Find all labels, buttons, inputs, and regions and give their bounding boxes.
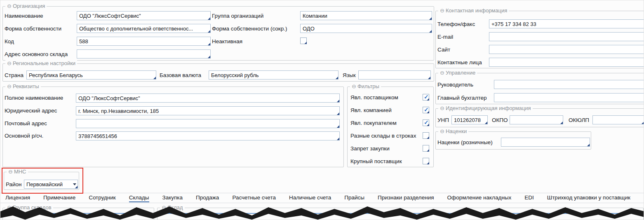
- tab-cash-accounts[interactable]: Наличные счета: [289, 194, 331, 202]
- input-postal-address[interactable]: [76, 119, 340, 128]
- group-warehouse-group: ⊖Группа складов: [2, 208, 154, 220]
- input-postal-address-wrap: [76, 119, 340, 128]
- district-combobox[interactable]: [24, 180, 78, 189]
- group-title-text: Контактная информация: [446, 7, 507, 14]
- label-inactive: Неактивная: [212, 38, 242, 45]
- label-phone-fax: Телефон/факс: [437, 21, 475, 28]
- tab-employee[interactable]: Сотрудник: [89, 194, 116, 202]
- collapse-icon[interactable]: ⊖: [8, 169, 13, 175]
- input-legal-address[interactable]: [76, 106, 340, 115]
- input-base-currency-wrap: [209, 70, 338, 80]
- checkbox-inactive[interactable]: [300, 37, 307, 44]
- tab-bank-accounts[interactable]: Расчетные счета: [232, 194, 276, 202]
- label-is-supplier: Явл. поставщиком: [350, 94, 398, 101]
- label-director: Руководитель: [437, 82, 473, 88]
- tab-invoice-layout[interactable]: Оформление накладных: [447, 194, 512, 202]
- input-language[interactable]: [358, 70, 431, 80]
- collapse-icon[interactable]: ⊖: [352, 83, 356, 89]
- collapse-icon[interactable]: ⊖: [440, 70, 444, 76]
- label-large-supplier: Крупный поставщик: [350, 158, 402, 165]
- input-ownership-form[interactable]: [77, 24, 211, 33]
- checkbox-purchase-ban[interactable]: [423, 145, 429, 152]
- label-contact-persons: Контактные лица: [437, 59, 482, 66]
- label-ownership-short: Форма собственности (сокр.): [212, 26, 287, 32]
- input-code[interactable]: [77, 37, 211, 46]
- input-email-wrap: [489, 32, 644, 41]
- input-main-account[interactable]: [76, 131, 340, 140]
- input-okpo-wrap: [510, 115, 563, 124]
- collapse-icon[interactable]: ⊖: [440, 128, 444, 134]
- label-full-name: Полное наименование: [5, 95, 63, 101]
- input-main-account-wrap: [76, 131, 340, 140]
- input-name[interactable]: [77, 11, 211, 20]
- checkbox-is-company[interactable]: [423, 107, 429, 113]
- checkbox-large-supplier[interactable]: [423, 158, 429, 164]
- input-main-warehouse-address-wrap: [77, 49, 211, 59]
- collapse-icon[interactable]: ⊖: [440, 105, 444, 111]
- input-name-wrap: [77, 11, 211, 20]
- group-title-text: Группа складов: [13, 204, 52, 211]
- label-okulp: ОКЮЛП: [569, 117, 589, 124]
- tab-warehouses[interactable]: Склады: [129, 194, 149, 202]
- group-title-text: МНС: [14, 169, 26, 175]
- checkbox-is-buyer[interactable]: [423, 119, 429, 126]
- input-ownership-short[interactable]: [300, 24, 432, 33]
- tab-license[interactable]: Лицензия: [5, 194, 30, 202]
- group-organization-title: ⊖Организация: [5, 3, 47, 9]
- label-purchase-ban: Запрет закупки: [350, 145, 390, 152]
- tab-sale[interactable]: Продажа: [196, 194, 219, 202]
- tab-separation-signs[interactable]: Признаки разделения: [378, 194, 434, 202]
- tab-edi[interactable]: EDI: [524, 194, 534, 202]
- group-mns-title: ⊖МНС: [7, 169, 28, 175]
- group-title-text: Региональные настройки: [13, 60, 75, 66]
- group-identification-title: ⊖Идентифицирующая информация: [438, 105, 533, 112]
- group-warehouse-group-title: ⊖Группа складов: [5, 204, 53, 211]
- input-phone-fax-wrap: [489, 19, 644, 28]
- group-filters-title: ⊖Фильтры: [350, 83, 381, 90]
- input-base-currency[interactable]: [209, 70, 338, 80]
- group-regional-title: ⊖Региональные настройки: [5, 60, 77, 67]
- group-warehouse-title: ⊖Склад: [160, 204, 185, 211]
- input-okulp[interactable]: [592, 115, 644, 124]
- collapse-icon[interactable]: ⊖: [7, 83, 12, 89]
- input-chief-accountant-wrap: [494, 93, 644, 102]
- input-retail-markups[interactable]: [501, 138, 590, 147]
- label-site: Сайт: [437, 47, 450, 53]
- tab-price-lists[interactable]: Прайсы: [344, 194, 364, 202]
- tab-supplier-package-barcode[interactable]: Штрихкод упаковки у поставщик: [547, 194, 630, 202]
- input-director[interactable]: [494, 80, 644, 89]
- collapse-icon[interactable]: ⊖: [7, 3, 12, 9]
- label-ownership-form: Форма собственности: [5, 26, 61, 32]
- input-okpo[interactable]: [510, 115, 563, 124]
- input-unp[interactable]: [451, 115, 488, 124]
- label-chief-accountant: Главный бухгалтер: [437, 95, 487, 101]
- input-org-group[interactable]: [300, 11, 432, 20]
- collapse-icon[interactable]: ⊖: [7, 60, 12, 66]
- input-email[interactable]: [489, 32, 644, 41]
- collapse-icon[interactable]: ⊖: [7, 204, 12, 211]
- collapse-icon[interactable]: ⊖: [162, 204, 166, 211]
- input-retail-markups-wrap: [501, 138, 590, 147]
- checkbox-different-warehouses[interactable]: [423, 132, 429, 139]
- input-contact-persons[interactable]: [489, 58, 644, 67]
- input-phone-fax[interactable]: [489, 19, 644, 28]
- tab-purchase[interactable]: Закупка: [162, 194, 183, 202]
- input-country[interactable]: [26, 70, 156, 80]
- collapse-icon[interactable]: ⊖: [440, 7, 444, 14]
- input-site[interactable]: [489, 45, 644, 54]
- label-okpo: ОКПО: [492, 117, 508, 124]
- input-full-name[interactable]: [76, 94, 340, 103]
- checkbox-is-supplier[interactable]: [423, 94, 429, 101]
- label-code: Код: [5, 38, 14, 45]
- input-main-warehouse-address[interactable]: [77, 49, 211, 59]
- organization-form: ⊖Организация Наименование Группа организ…: [0, 0, 644, 220]
- input-full-name-wrap: [76, 94, 340, 103]
- input-contact-persons-wrap: [489, 58, 644, 67]
- label-org-group: Группа организаций: [212, 13, 263, 19]
- label-email: E-mail: [437, 34, 453, 40]
- label-unp: УНП: [437, 117, 449, 124]
- tab-note[interactable]: Примечание: [43, 194, 75, 202]
- input-ownership-short-wrap: [300, 24, 432, 33]
- input-chief-accountant[interactable]: [494, 93, 644, 102]
- group-title-text: Наценки: [446, 128, 467, 134]
